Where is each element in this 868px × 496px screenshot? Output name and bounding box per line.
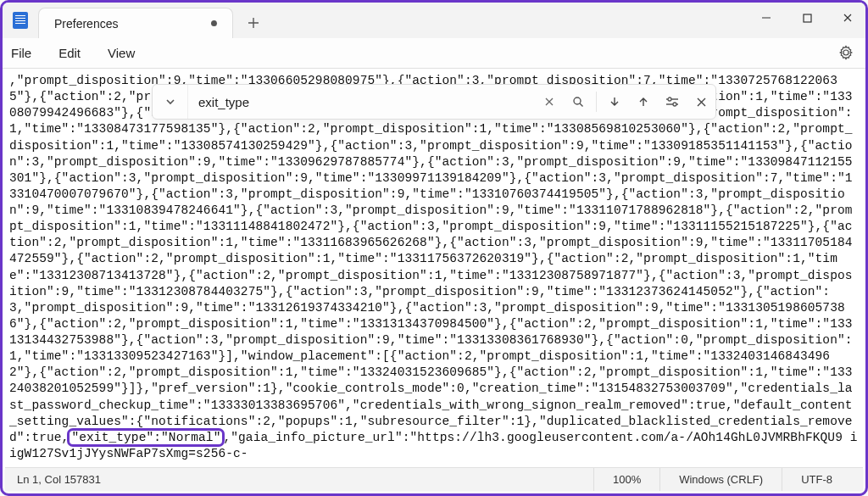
close-button[interactable] [835,8,860,28]
menu-bar: File Edit View [3,38,865,69]
close-icon [696,97,707,108]
svg-point-1 [574,98,581,104]
arrow-up-icon [637,96,649,108]
svg-rect-0 [804,14,811,22]
status-zoom[interactable]: 100% [593,468,659,491]
find-options-button[interactable] [658,85,687,119]
document-tab[interactable]: Preferences [38,8,233,38]
app-icon [13,12,28,29]
menu-file[interactable]: File [11,46,31,60]
tab-title: Preferences [54,17,118,31]
plus-icon [248,17,259,29]
chevron-down-icon [164,96,176,108]
find-close-button[interactable] [687,85,715,119]
title-bar: Preferences [3,3,865,38]
close-icon [843,13,853,23]
gear-icon [838,45,854,60]
svg-point-2 [668,98,671,101]
menu-edit[interactable]: Edit [58,46,81,60]
find-next-button[interactable] [600,85,629,119]
status-bar: Ln 1, Col 157831 100% Windows (CRLF) UTF… [5,467,863,491]
find-input[interactable] [188,95,535,109]
find-search-button[interactable] [564,85,593,119]
arrow-down-icon [609,96,620,108]
search-icon [572,96,584,108]
modified-indicator-icon [211,20,217,26]
search-match-highlight: "exit_type":"Normal" [70,431,222,445]
settings-button[interactable] [838,45,854,60]
svg-point-3 [673,103,676,106]
separator [596,92,597,112]
x-icon [544,97,554,107]
find-prev-button[interactable] [629,85,658,119]
find-bar [152,84,716,120]
maximize-icon [803,14,812,23]
status-encoding[interactable]: UTF-8 [782,468,851,491]
minimize-button[interactable] [754,8,779,28]
find-expand-button[interactable] [153,85,188,119]
new-tab-button[interactable] [238,8,269,38]
sliders-icon [665,96,679,108]
editor-area[interactable]: ,"prompt_disposition":9,"time":"13306605… [3,69,865,470]
minimize-icon [761,13,771,23]
maximize-button[interactable] [794,8,820,28]
status-cursor-position: Ln 1, Col 157831 [17,473,101,486]
status-line-ending[interactable]: Windows (CRLF) [659,468,782,491]
editor-text-pre: ,"prompt_disposition":9,"time":"13306605… [9,74,853,444]
find-clear-button[interactable] [535,85,564,119]
menu-view[interactable]: View [108,46,135,60]
